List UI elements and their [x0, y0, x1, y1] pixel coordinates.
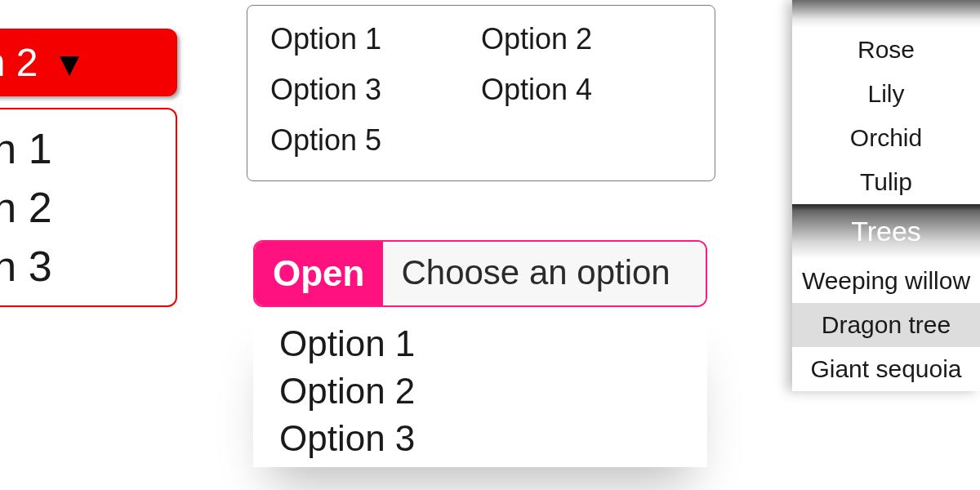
category-item[interactable]: Giant sequoia [792, 347, 980, 391]
category-item[interactable]: Rose [792, 28, 980, 72]
category-item-selected[interactable]: Dragon tree [792, 303, 980, 347]
combo-placeholder[interactable]: Choose an option [382, 242, 706, 305]
category-list: Rose Lily Orchid Tulip Trees Weeping wil… [792, 0, 980, 391]
category-item[interactable]: Weeping willow [792, 259, 980, 303]
category-header-flowers [792, 0, 980, 28]
chevron-down-icon: ▾ [60, 42, 78, 83]
combo-option[interactable]: Option 2 [253, 368, 707, 415]
red-dropdown-item[interactable]: Option 3 [0, 237, 176, 296]
grid-option[interactable]: Option 2 [481, 14, 692, 65]
red-dropdown-list: Option 1 Option 2 Option 3 [0, 108, 177, 307]
combo-option[interactable]: Option 1 [253, 320, 707, 368]
red-dropdown-item[interactable]: Option 1 [0, 119, 176, 178]
grid-option[interactable]: Option 3 [270, 65, 481, 115]
option-grid: Option 1 Option 2 Option 3 Option 4 Opti… [247, 5, 715, 181]
category-item[interactable]: Orchid [792, 116, 980, 160]
grid-option[interactable]: Option 1 [270, 14, 481, 65]
combo-open-button[interactable]: Open [255, 242, 382, 305]
grid-option[interactable]: Option 4 [481, 65, 692, 115]
combo-option[interactable]: Option 3 [253, 415, 707, 462]
red-dropdown-selected: Option 2 [0, 40, 38, 85]
category-header-trees: Trees [792, 204, 980, 259]
combo-select: Open Choose an option Option 1 Option 2 … [253, 240, 707, 467]
red-dropdown-item[interactable]: Option 2 [0, 178, 176, 237]
red-dropdown-toggle[interactable]: Option 2 ▾ [0, 29, 177, 96]
category-item[interactable]: Tulip [792, 160, 980, 204]
red-dropdown: Option 2 ▾ Option 1 Option 2 Option 3 [0, 29, 177, 307]
category-item[interactable]: Lily [792, 72, 980, 116]
combo-header: Open Choose an option [253, 240, 707, 307]
combo-list: Option 1 Option 2 Option 3 [253, 315, 707, 467]
grid-option[interactable]: Option 5 [270, 115, 481, 166]
